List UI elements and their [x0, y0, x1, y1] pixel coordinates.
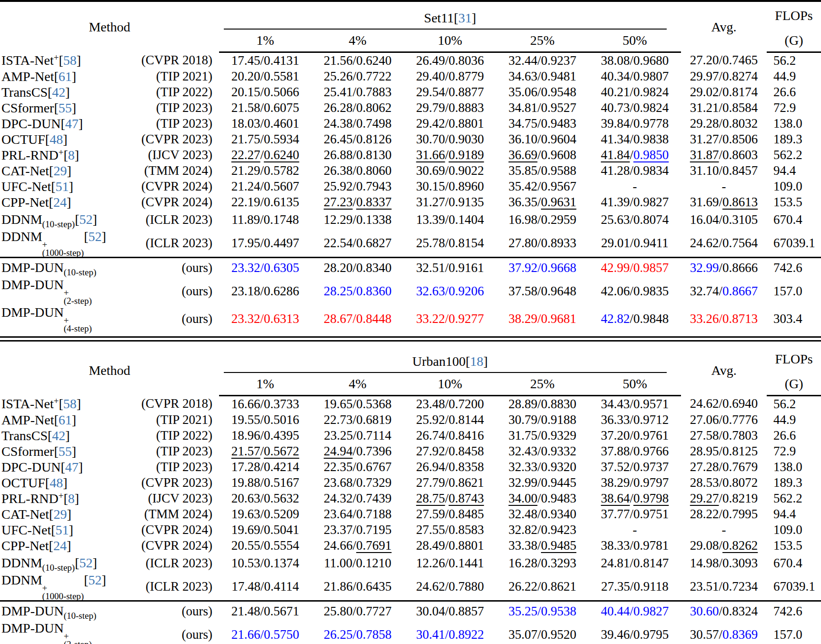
- value-cell-25pct: 34.63/0.9481: [496, 69, 589, 84]
- value-cell-avg: 33.26/0.8713: [681, 305, 767, 332]
- ssim-value: 0.9571: [633, 397, 669, 411]
- citation-link[interactable]: 52: [79, 555, 92, 570]
- method-name: DMP-DUN: [1, 277, 64, 292]
- citation-link[interactable]: 51: [56, 179, 69, 194]
- ssim-value: 0.6767: [356, 460, 391, 474]
- slash: /: [445, 163, 449, 178]
- citation-link[interactable]: 8: [68, 148, 75, 162]
- ssim-value: 0.8458: [449, 444, 484, 458]
- citation-link[interactable]: 42: [52, 428, 65, 443]
- citation-link[interactable]: 61: [59, 69, 72, 84]
- table-header: MethodSet11[31]Avg.FLOPs1%4%10%25%50%(G): [0, 1, 821, 52]
- psnr-value: 20.20: [231, 69, 260, 83]
- psnr-value: 28.75: [416, 491, 445, 505]
- value-cell-50pct: 25.63/0.8074: [589, 210, 681, 229]
- avg-column-header: Avg.: [681, 1, 767, 52]
- ssim-value: 0.8457: [722, 163, 758, 178]
- citation-link[interactable]: 24: [53, 538, 67, 553]
- citation-link[interactable]: 58: [63, 53, 77, 68]
- ssim-value: 0.9766: [633, 444, 669, 458]
- citation-link[interactable]: 24: [53, 195, 67, 210]
- citation-link[interactable]: 52: [79, 212, 92, 227]
- ssim-value: 0.5750: [264, 627, 299, 642]
- slash: /: [630, 413, 634, 427]
- rate-column-header-50pct: 50%: [589, 30, 681, 52]
- method-cell: UFC-Net[51]: [0, 179, 119, 194]
- method-name: CSformer: [1, 444, 54, 459]
- value-cell-avg: 29.27/0.8219: [681, 491, 767, 506]
- citation-link[interactable]: 58: [63, 396, 77, 411]
- slash: /: [260, 627, 264, 642]
- citation-link[interactable]: 29: [53, 507, 67, 522]
- table-row: DDNM(10-step)[52](ICLR 2023)10.53/0.1374…: [0, 553, 821, 573]
- ssim-value: 0.7329: [356, 475, 391, 490]
- psnr-value: 28.25: [324, 284, 353, 298]
- psnr-value: 28.22: [690, 507, 719, 521]
- psnr-value: 26.74: [416, 428, 445, 443]
- ssim-value: 0.8960: [449, 179, 484, 193]
- psnr-value: 17.28: [231, 460, 260, 474]
- table-row: ISTA-Net+[58](CVPR 2018)17.45/0.413121.5…: [0, 52, 821, 69]
- value-cell-4pct: 28.20/0.8340: [311, 258, 404, 278]
- slash: /: [260, 523, 264, 537]
- value-cell-1pct: 21.48/0.5671: [219, 601, 311, 621]
- citation-link[interactable]: 29: [53, 163, 67, 178]
- psnr-value: 21.24: [231, 179, 260, 193]
- citation-link[interactable]: 47: [65, 460, 79, 474]
- slash: /: [353, 475, 357, 490]
- citation-link[interactable]: 61: [59, 413, 72, 427]
- ssim-value: 0.8801: [449, 116, 484, 131]
- ssim-value: 0.8144: [449, 413, 484, 427]
- ssim-value: 0.8154: [449, 236, 484, 250]
- citation-link[interactable]: 31: [458, 10, 471, 25]
- citation-link[interactable]: 42: [52, 85, 65, 100]
- citation-link[interactable]: 52: [88, 229, 101, 244]
- citation-link[interactable]: 48: [50, 475, 63, 490]
- value-cell-25pct: 32.48/0.9340: [496, 506, 589, 522]
- citation-link[interactable]: 52: [88, 573, 101, 587]
- value-cell-avg: 28.95/0.8125: [681, 443, 767, 459]
- ssim-value: 0.8130: [356, 148, 391, 162]
- ssim-value: 0.8274: [722, 69, 758, 83]
- venue-cell: (TIP 2021): [119, 69, 219, 84]
- ssim-value: 0.9423: [541, 523, 576, 537]
- method-cell: UFC-Net[51]: [0, 522, 119, 538]
- slash: /: [630, 538, 634, 553]
- value-cell-50pct: 42.82/0.9848: [589, 305, 681, 332]
- ssim-value: 0.8603: [722, 148, 758, 162]
- method-subscript: (1000-step): [42, 592, 84, 600]
- ssim-value: 0.9538: [541, 604, 576, 618]
- slash: /: [260, 604, 264, 618]
- citation-link[interactable]: 55: [59, 444, 72, 459]
- slash: /: [353, 538, 357, 553]
- value-cell-avg: 30.57/0.8369: [681, 621, 767, 644]
- bracket: ]: [72, 413, 76, 427]
- bracket: [: [49, 195, 53, 210]
- table-row: DMP-DUN(10-step)(ours)23.32/0.630528.20/…: [0, 258, 821, 278]
- slash: /: [353, 627, 357, 642]
- slash: /: [538, 579, 541, 594]
- value-cell-1pct: 19.63/0.5209: [219, 506, 311, 522]
- slash: /: [719, 475, 723, 490]
- value-cell-50pct: 38.33/0.9781: [589, 538, 681, 553]
- ssim-value: 0.8485: [449, 507, 484, 521]
- citation-link[interactable]: 8: [68, 491, 75, 506]
- citation-link[interactable]: 48: [50, 132, 63, 147]
- slash: /: [445, 284, 449, 298]
- value-cell-1pct: 17.48/0.4114: [219, 573, 311, 601]
- slash: /: [719, 132, 723, 146]
- value-cell-avg: 28.53/0.8072: [681, 475, 767, 491]
- psnr-value: 30.57: [690, 627, 719, 642]
- value-cell-4pct: 26.45/0.8126: [311, 131, 404, 147]
- value-cell-1pct: 21.24/0.5607: [219, 179, 311, 194]
- value-cell-50pct: 40.44/0.9827: [589, 601, 681, 621]
- citation-link[interactable]: 55: [59, 101, 72, 115]
- psnr-value: 32.99: [690, 261, 719, 275]
- citation-link[interactable]: 47: [65, 116, 79, 131]
- psnr-value: 33.22: [416, 312, 445, 326]
- ssim-value: 0.9332: [541, 444, 576, 458]
- citation-link[interactable]: 18: [470, 354, 483, 369]
- psnr-value: 11.00: [324, 556, 352, 570]
- citation-link[interactable]: 51: [56, 523, 69, 537]
- ssim-value: 0.4214: [264, 460, 299, 474]
